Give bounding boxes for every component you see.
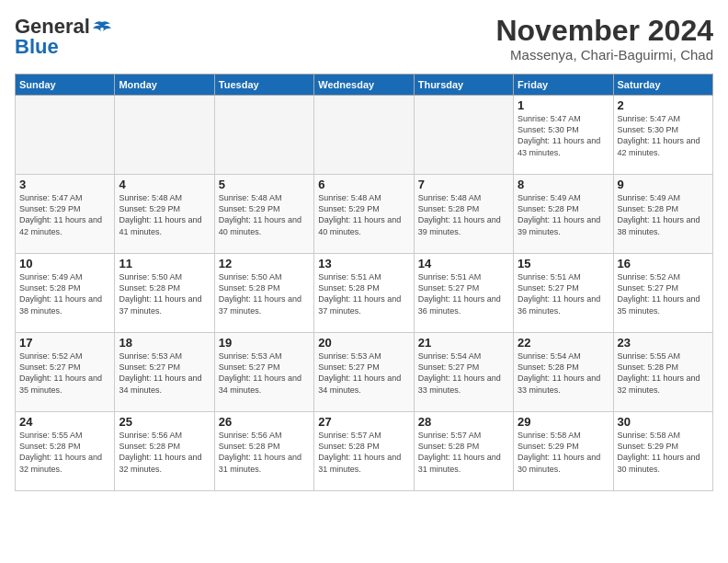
- day-cell: 23Sunrise: 5:55 AM Sunset: 5:28 PM Dayli…: [613, 333, 712, 412]
- day-detail: Sunrise: 5:55 AM Sunset: 5:28 PM Dayligh…: [19, 430, 110, 475]
- logo-bird-icon: [92, 20, 112, 35]
- day-cell: 16Sunrise: 5:52 AM Sunset: 5:27 PM Dayli…: [613, 254, 712, 333]
- day-number: 22: [518, 336, 609, 350]
- day-detail: Sunrise: 5:48 AM Sunset: 5:29 PM Dayligh…: [219, 192, 310, 237]
- day-detail: Sunrise: 5:47 AM Sunset: 5:30 PM Dayligh…: [618, 113, 709, 158]
- col-header-wednesday: Wednesday: [314, 75, 414, 96]
- week-row-1: 1Sunrise: 5:47 AM Sunset: 5:30 PM Daylig…: [16, 96, 713, 175]
- day-number: 1: [518, 98, 609, 112]
- week-row-3: 10Sunrise: 5:49 AM Sunset: 5:28 PM Dayli…: [16, 254, 713, 333]
- day-detail: Sunrise: 5:51 AM Sunset: 5:27 PM Dayligh…: [518, 271, 609, 316]
- day-detail: Sunrise: 5:58 AM Sunset: 5:29 PM Dayligh…: [618, 430, 709, 475]
- day-cell: 3Sunrise: 5:47 AM Sunset: 5:29 PM Daylig…: [16, 175, 115, 254]
- day-detail: Sunrise: 5:48 AM Sunset: 5:28 PM Dayligh…: [418, 192, 509, 237]
- page-header: General Blue November 2024 Massenya, Cha…: [15, 15, 713, 63]
- week-row-2: 3Sunrise: 5:47 AM Sunset: 5:29 PM Daylig…: [16, 175, 713, 254]
- col-header-friday: Friday: [514, 75, 613, 96]
- day-cell: 14Sunrise: 5:51 AM Sunset: 5:27 PM Dayli…: [414, 254, 513, 333]
- day-detail: Sunrise: 5:54 AM Sunset: 5:27 PM Dayligh…: [418, 350, 509, 396]
- day-cell: 4Sunrise: 5:48 AM Sunset: 5:29 PM Daylig…: [115, 175, 214, 254]
- day-number: 13: [318, 257, 409, 270]
- day-number: 4: [119, 178, 210, 191]
- day-cell: 8Sunrise: 5:49 AM Sunset: 5:28 PM Daylig…: [514, 175, 613, 254]
- calendar-table: SundayMondayTuesdayWednesdayThursdayFrid…: [15, 74, 713, 491]
- week-row-4: 17Sunrise: 5:52 AM Sunset: 5:27 PM Dayli…: [16, 333, 713, 412]
- day-cell: 1Sunrise: 5:47 AM Sunset: 5:30 PM Daylig…: [514, 96, 613, 175]
- logo-blue: Blue: [15, 35, 59, 59]
- day-detail: Sunrise: 5:57 AM Sunset: 5:28 PM Dayligh…: [418, 430, 509, 475]
- day-cell: 13Sunrise: 5:51 AM Sunset: 5:28 PM Dayli…: [314, 254, 414, 333]
- day-cell: [16, 96, 115, 175]
- day-number: 9: [618, 178, 709, 191]
- day-cell: 19Sunrise: 5:53 AM Sunset: 5:27 PM Dayli…: [214, 333, 313, 412]
- day-number: 19: [219, 336, 310, 350]
- day-number: 24: [19, 415, 110, 429]
- day-cell: 28Sunrise: 5:57 AM Sunset: 5:28 PM Dayli…: [414, 412, 513, 491]
- day-number: 15: [518, 257, 609, 270]
- day-number: 29: [518, 415, 609, 429]
- day-detail: Sunrise: 5:50 AM Sunset: 5:28 PM Dayligh…: [119, 271, 210, 316]
- col-header-sunday: Sunday: [16, 75, 115, 96]
- day-number: 20: [318, 336, 409, 350]
- col-header-tuesday: Tuesday: [214, 75, 313, 96]
- day-detail: Sunrise: 5:49 AM Sunset: 5:28 PM Dayligh…: [518, 192, 609, 237]
- page-container: General Blue November 2024 Massenya, Cha…: [0, 0, 728, 499]
- day-detail: Sunrise: 5:55 AM Sunset: 5:28 PM Dayligh…: [618, 350, 709, 396]
- title-block: November 2024 Massenya, Chari-Baguirmi, …: [495, 15, 713, 63]
- day-number: 5: [219, 178, 310, 191]
- day-number: 12: [219, 257, 310, 270]
- day-cell: 20Sunrise: 5:53 AM Sunset: 5:27 PM Dayli…: [314, 333, 414, 412]
- day-cell: 30Sunrise: 5:58 AM Sunset: 5:29 PM Dayli…: [613, 412, 712, 491]
- day-number: 6: [318, 178, 409, 191]
- week-row-5: 24Sunrise: 5:55 AM Sunset: 5:28 PM Dayli…: [16, 412, 713, 491]
- day-number: 10: [19, 257, 110, 270]
- day-number: 26: [219, 415, 310, 429]
- day-detail: Sunrise: 5:48 AM Sunset: 5:29 PM Dayligh…: [318, 192, 409, 237]
- day-detail: Sunrise: 5:57 AM Sunset: 5:28 PM Dayligh…: [318, 430, 409, 475]
- day-cell: 21Sunrise: 5:54 AM Sunset: 5:27 PM Dayli…: [414, 333, 513, 412]
- day-cell: [115, 96, 214, 175]
- day-number: 3: [19, 178, 110, 191]
- day-cell: 29Sunrise: 5:58 AM Sunset: 5:29 PM Dayli…: [514, 412, 613, 491]
- day-detail: Sunrise: 5:53 AM Sunset: 5:27 PM Dayligh…: [119, 350, 210, 396]
- day-cell: 9Sunrise: 5:49 AM Sunset: 5:28 PM Daylig…: [613, 175, 712, 254]
- day-detail: Sunrise: 5:56 AM Sunset: 5:28 PM Dayligh…: [119, 430, 210, 475]
- day-detail: Sunrise: 5:53 AM Sunset: 5:27 PM Dayligh…: [318, 350, 409, 396]
- day-cell: 22Sunrise: 5:54 AM Sunset: 5:28 PM Dayli…: [514, 333, 613, 412]
- col-header-monday: Monday: [115, 75, 214, 96]
- day-number: 27: [318, 415, 409, 429]
- day-cell: 26Sunrise: 5:56 AM Sunset: 5:28 PM Dayli…: [214, 412, 313, 491]
- day-number: 7: [418, 178, 509, 191]
- day-number: 16: [618, 257, 709, 270]
- day-cell: 11Sunrise: 5:50 AM Sunset: 5:28 PM Dayli…: [115, 254, 214, 333]
- day-cell: 15Sunrise: 5:51 AM Sunset: 5:27 PM Dayli…: [514, 254, 613, 333]
- day-cell: [414, 96, 513, 175]
- day-cell: 2Sunrise: 5:47 AM Sunset: 5:30 PM Daylig…: [613, 96, 712, 175]
- day-detail: Sunrise: 5:53 AM Sunset: 5:27 PM Dayligh…: [219, 350, 310, 396]
- day-cell: 25Sunrise: 5:56 AM Sunset: 5:28 PM Dayli…: [115, 412, 214, 491]
- day-number: 23: [618, 336, 709, 350]
- day-cell: 5Sunrise: 5:48 AM Sunset: 5:29 PM Daylig…: [214, 175, 313, 254]
- day-number: 11: [119, 257, 210, 270]
- day-cell: 10Sunrise: 5:49 AM Sunset: 5:28 PM Dayli…: [16, 254, 115, 333]
- day-detail: Sunrise: 5:48 AM Sunset: 5:29 PM Dayligh…: [119, 192, 210, 237]
- day-number: 25: [119, 415, 210, 429]
- day-number: 17: [19, 336, 110, 350]
- col-header-thursday: Thursday: [414, 75, 513, 96]
- day-detail: Sunrise: 5:49 AM Sunset: 5:28 PM Dayligh…: [19, 271, 110, 316]
- day-cell: [214, 96, 313, 175]
- month-title: November 2024: [495, 15, 713, 47]
- day-cell: 17Sunrise: 5:52 AM Sunset: 5:27 PM Dayli…: [16, 333, 115, 412]
- day-cell: 6Sunrise: 5:48 AM Sunset: 5:29 PM Daylig…: [314, 175, 414, 254]
- day-detail: Sunrise: 5:58 AM Sunset: 5:29 PM Dayligh…: [518, 430, 609, 475]
- day-cell: 7Sunrise: 5:48 AM Sunset: 5:28 PM Daylig…: [414, 175, 513, 254]
- day-number: 2: [618, 98, 709, 112]
- day-cell: 27Sunrise: 5:57 AM Sunset: 5:28 PM Dayli…: [314, 412, 414, 491]
- day-number: 21: [418, 336, 509, 350]
- logo: General Blue: [15, 15, 112, 59]
- day-number: 18: [119, 336, 210, 350]
- day-detail: Sunrise: 5:54 AM Sunset: 5:28 PM Dayligh…: [518, 350, 609, 396]
- day-detail: Sunrise: 5:51 AM Sunset: 5:27 PM Dayligh…: [418, 271, 509, 316]
- day-detail: Sunrise: 5:49 AM Sunset: 5:28 PM Dayligh…: [618, 192, 709, 237]
- location: Massenya, Chari-Baguirmi, Chad: [495, 47, 713, 63]
